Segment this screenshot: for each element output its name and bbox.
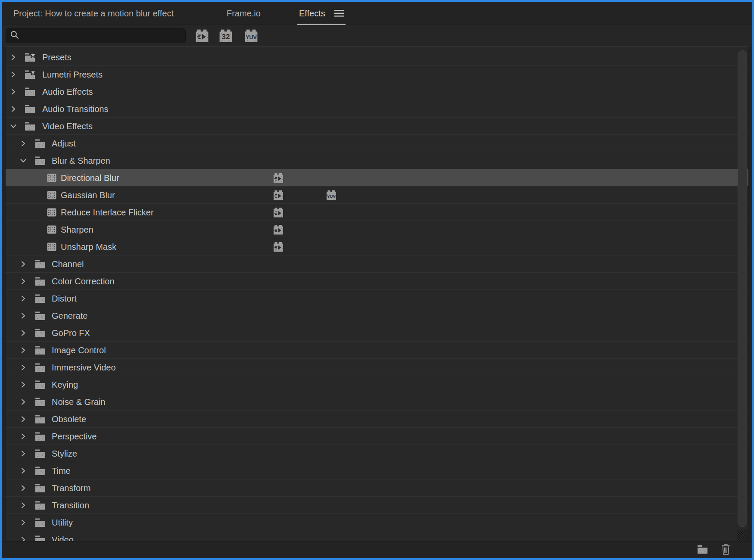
tree-row[interactable]: Obsolete xyxy=(6,411,748,428)
tab-effects-label: Effects xyxy=(299,9,325,19)
tab-effects[interactable]: Effects xyxy=(297,2,346,25)
32-bit-color-filter-button[interactable]: 32 xyxy=(218,29,233,43)
search-icon xyxy=(10,30,19,41)
tree-row[interactable]: Noise & Grain xyxy=(6,393,748,411)
chevron-right-icon[interactable] xyxy=(20,381,27,388)
chevron-down-icon[interactable] xyxy=(10,123,17,130)
folder-icon xyxy=(34,465,47,476)
tree-row[interactable]: Image Control xyxy=(6,342,748,359)
folder-icon xyxy=(34,293,47,304)
folder-icon xyxy=(34,310,47,321)
chevron-right-icon[interactable] xyxy=(20,450,27,457)
chevron-right-icon[interactable] xyxy=(20,330,27,336)
accelerated-effects-badge-icon xyxy=(273,190,284,200)
tree-item-label: Reduce Interlace Flicker xyxy=(61,207,154,217)
chevron-down-icon[interactable] xyxy=(20,157,27,164)
chevron-right-icon[interactable] xyxy=(20,536,27,541)
chevron-right-icon[interactable] xyxy=(20,364,27,371)
folder-icon xyxy=(34,482,47,494)
panel-tab-bar: Project: How to create a motion blur eff… xyxy=(2,2,752,25)
tree-item-label: Distort xyxy=(52,293,77,303)
tree-item-label: Keying xyxy=(52,380,78,389)
chevron-right-icon[interactable] xyxy=(10,88,17,95)
tree-item-label: Perspective xyxy=(52,431,97,441)
chevron-right-icon[interactable] xyxy=(20,347,27,354)
tree-row[interactable]: Audio Effects xyxy=(6,83,748,100)
tree-row[interactable]: Generate xyxy=(6,307,748,324)
chevron-right-icon[interactable] xyxy=(20,261,27,268)
chevron-right-icon[interactable] xyxy=(20,278,27,285)
tree-row[interactable]: Stylize xyxy=(6,445,748,462)
chevron-right-icon[interactable] xyxy=(20,312,27,319)
folder-icon xyxy=(34,414,47,425)
chevron-right-icon[interactable] xyxy=(20,295,27,302)
delete-button[interactable] xyxy=(720,544,731,557)
tree-row[interactable]: Color Correction xyxy=(6,273,748,290)
tree-row[interactable]: Transition xyxy=(6,497,748,514)
tree-row[interactable]: Perspective xyxy=(6,428,748,445)
folder-icon xyxy=(24,103,37,115)
chevron-right-icon[interactable] xyxy=(20,502,27,509)
tree-row[interactable]: Audio Transitions xyxy=(6,100,748,118)
effect-icon xyxy=(47,224,57,235)
chevron-right-icon[interactable] xyxy=(20,433,27,440)
tree-row[interactable]: Time xyxy=(6,462,748,479)
tree-row[interactable]: Transform xyxy=(6,479,748,497)
tree-row[interactable]: Blur & Sharpen xyxy=(6,152,748,169)
preset-folder-star-icon xyxy=(24,69,37,80)
search-input[interactable] xyxy=(23,31,185,40)
tree-row[interactable]: Directional Blur xyxy=(6,169,748,187)
tree-row[interactable]: Gaussian Blur YUV xyxy=(6,187,748,204)
tree-row[interactable]: Video Effects xyxy=(6,118,748,135)
tree-row[interactable]: Keying xyxy=(6,376,748,393)
tree-item-label: Audio Transitions xyxy=(42,104,108,114)
tree-row[interactable]: Distort xyxy=(6,290,748,307)
chevron-right-icon[interactable] xyxy=(20,467,27,474)
tree-row[interactable]: GoPro FX xyxy=(6,324,748,342)
tree-item-label: Directional Blur xyxy=(61,173,119,183)
chevron-right-icon[interactable] xyxy=(20,398,27,405)
tree-row[interactable]: Channel xyxy=(6,255,748,273)
tree-row[interactable]: Presets xyxy=(6,49,748,66)
chevron-right-icon[interactable] xyxy=(10,71,17,78)
tree-item-label: Presets xyxy=(42,52,72,62)
effects-tree: Presets Lumetri Presets Audio Effects Au… xyxy=(5,47,749,541)
search-box[interactable] xyxy=(6,28,186,43)
chevron-right-icon[interactable] xyxy=(20,485,27,492)
panel-resize-grip[interactable] xyxy=(737,530,748,541)
chevron-right-icon[interactable] xyxy=(20,140,27,147)
chevron-right-icon[interactable] xyxy=(20,416,27,423)
tab-project[interactable]: Project: How to create a motion blur eff… xyxy=(13,2,174,25)
tab-frameio[interactable]: Frame.io xyxy=(227,2,261,25)
tree-row[interactable]: Utility xyxy=(6,514,748,531)
tree-row[interactable]: Lumetri Presets xyxy=(6,66,748,83)
yuv-effects-filter-button[interactable]: YUV xyxy=(244,29,259,43)
folder-icon xyxy=(34,138,47,149)
panel-menu-icon[interactable] xyxy=(334,9,344,17)
folder-icon xyxy=(34,276,47,287)
effects-toolbar: 32 YUV xyxy=(2,25,752,47)
folder-icon xyxy=(34,327,47,339)
tree-item-label: Channel xyxy=(52,259,84,269)
tree-row[interactable]: Video xyxy=(6,531,748,541)
svg-text:32: 32 xyxy=(222,33,230,41)
tree-item-label: Obsolete xyxy=(52,414,86,424)
tree-item-label: Stylize xyxy=(52,448,77,458)
tree-item-label: Time xyxy=(52,466,71,476)
chevron-right-icon[interactable] xyxy=(10,106,17,112)
vertical-scrollbar-thumb[interactable] xyxy=(738,50,747,527)
tree-row[interactable]: Reduce Interlace Flicker xyxy=(6,204,748,221)
chevron-right-icon[interactable] xyxy=(10,54,17,61)
tree-item-label: Transform xyxy=(52,483,90,493)
tree-row[interactable]: Adjust xyxy=(6,135,748,152)
tree-row[interactable]: Sharpen xyxy=(6,221,748,238)
panel-bottom-bar xyxy=(2,541,752,558)
accelerated-effects-filter-button[interactable] xyxy=(195,29,209,43)
effect-icon xyxy=(47,190,57,200)
new-custom-bin-button[interactable] xyxy=(696,544,709,556)
folder-icon xyxy=(34,379,47,390)
chevron-right-icon[interactable] xyxy=(20,519,27,526)
tree-row[interactable]: Unsharp Mask xyxy=(6,238,748,255)
folder-icon xyxy=(34,517,47,528)
tree-row[interactable]: Immersive Video xyxy=(6,359,748,376)
